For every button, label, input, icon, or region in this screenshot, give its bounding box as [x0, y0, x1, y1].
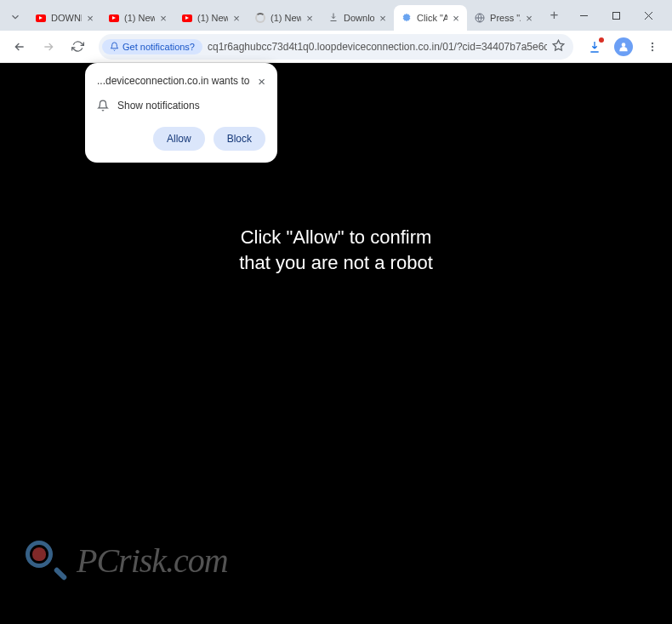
browser-titlebar: DOWNL×(1) New×(1) New×(1) New×Downlo×Cli…: [0, 0, 672, 31]
tab-close-button[interactable]: ×: [304, 12, 316, 24]
menu-button[interactable]: [640, 34, 665, 60]
tab-close-button[interactable]: ×: [231, 12, 242, 24]
message-line-1: Click "Allow" to confirm: [239, 225, 433, 250]
svg-point-7: [622, 43, 626, 47]
new-tab-button[interactable]: +: [544, 4, 565, 26]
globe-icon: [475, 13, 485, 23]
watermark: PCrisk.com: [24, 539, 228, 581]
profile-avatar[interactable]: [614, 37, 633, 56]
bell-icon: [97, 100, 109, 112]
page-message: Click "Allow" to confirm that you are no…: [239, 225, 433, 275]
tab-title: Click "Al: [417, 13, 447, 23]
tab-title: (1) New: [197, 13, 228, 23]
url-text: cq1r6aghubcc73d4t1q0.loopdeviceconnectio…: [208, 41, 547, 53]
watermark-text: PCrisk.com: [77, 541, 228, 581]
notification-chip[interactable]: Get notifications?: [102, 39, 202, 54]
window-controls: [565, 5, 667, 26]
watermark-icon: [24, 539, 66, 581]
gear-icon: [401, 13, 412, 23]
tab-title: (1) New: [271, 13, 301, 23]
address-bar[interactable]: Get notifications? cq1r6aghubcc73d4t1q0.…: [99, 34, 573, 60]
tab-close-button[interactable]: ×: [377, 12, 389, 24]
svg-rect-3: [612, 12, 619, 19]
permission-site-text: ...deviceconnection.co.in wants to: [97, 75, 249, 87]
youtube-icon: [36, 14, 46, 22]
svg-marker-6: [553, 40, 564, 50]
bookmark-star-icon[interactable]: [552, 39, 565, 54]
tab-6[interactable]: Press "A×: [467, 5, 540, 31]
svg-point-10: [652, 49, 653, 50]
tab-search-button[interactable]: [5, 7, 25, 27]
svg-point-8: [652, 42, 653, 43]
tab-close-button[interactable]: ×: [84, 12, 96, 24]
browser-toolbar: Get notifications? cq1r6aghubcc73d4t1q0.…: [0, 31, 672, 63]
notification-permission-popup: ...deviceconnection.co.in wants to × Sho…: [85, 63, 277, 163]
tab-0[interactable]: DOWNL×: [28, 5, 101, 31]
loading-spinner-icon: [255, 13, 265, 23]
tab-title: (1) New: [124, 13, 155, 23]
person-icon: [618, 41, 629, 53]
allow-button[interactable]: Allow: [153, 127, 205, 151]
tab-5[interactable]: Click "Al×: [394, 5, 467, 31]
maximize-button[interactable]: [606, 5, 626, 26]
minimize-button[interactable]: [573, 5, 594, 26]
back-button[interactable]: [7, 34, 32, 60]
downloads-button[interactable]: [582, 34, 607, 60]
youtube-icon: [109, 14, 119, 22]
window-close-button[interactable]: [638, 5, 658, 26]
block-button[interactable]: Block: [214, 127, 265, 151]
tab-4[interactable]: Downlo×: [321, 5, 394, 31]
tab-title: Downlo: [344, 13, 374, 23]
tab-2[interactable]: (1) New×: [174, 5, 248, 31]
message-line-2: that you are not a robot: [239, 250, 433, 276]
tab-title: Press "A: [490, 13, 521, 23]
tab-title: DOWNL: [51, 13, 82, 23]
tab-3[interactable]: (1) New×: [248, 5, 321, 31]
notification-chip-label: Get notifications?: [122, 42, 195, 52]
download-icon: [328, 12, 339, 24]
bell-icon: [110, 42, 119, 51]
youtube-icon: [182, 14, 192, 22]
tab-close-button[interactable]: ×: [450, 12, 462, 24]
tab-strip: DOWNL×(1) New×(1) New×(1) New×Downlo×Cli…: [28, 0, 540, 31]
forward-button[interactable]: [36, 34, 61, 60]
tab-close-button[interactable]: ×: [523, 12, 535, 24]
reload-button[interactable]: [65, 34, 90, 60]
permission-item-label: Show notifications: [117, 100, 200, 112]
permission-close-button[interactable]: ×: [258, 75, 265, 88]
tab-1[interactable]: (1) New×: [101, 5, 174, 31]
svg-point-9: [652, 45, 653, 47]
tab-close-button[interactable]: ×: [157, 12, 169, 24]
